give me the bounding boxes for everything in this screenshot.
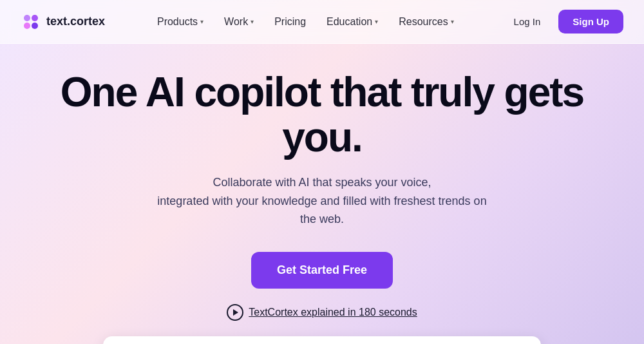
- svg-point-3: [32, 23, 38, 29]
- nav-products[interactable]: Products ▾: [148, 11, 213, 33]
- chat-input-box: [103, 336, 541, 344]
- svg-point-0: [24, 15, 30, 21]
- login-button[interactable]: Log In: [506, 11, 549, 32]
- svg-point-1: [32, 15, 38, 21]
- nav-links: Products ▾ Work ▾ Pricing Education ▾ Re…: [148, 11, 463, 33]
- navbar: text.cortex Products ▾ Work ▾ Pricing Ed…: [0, 0, 644, 44]
- nav-pricing[interactable]: Pricing: [265, 11, 315, 33]
- chat-container: Show chat settings ▾: [103, 336, 541, 344]
- svg-point-2: [24, 23, 30, 29]
- logo-icon: [21, 12, 41, 32]
- hero-section: One AI copilot that truly gets you. Coll…: [0, 44, 644, 344]
- hero-subtitle: Collaborate with AI that speaks your voi…: [155, 173, 489, 229]
- chevron-down-icon: ▾: [251, 18, 254, 25]
- nav-resources[interactable]: Resources ▾: [390, 11, 462, 33]
- signup-button[interactable]: Sign Up: [558, 10, 623, 33]
- logo[interactable]: text.cortex: [21, 12, 105, 32]
- chevron-down-icon: ▾: [200, 18, 204, 25]
- nav-work[interactable]: Work ▾: [215, 11, 263, 33]
- logo-text: text.cortex: [46, 15, 105, 28]
- video-link[interactable]: TextCortex explained in 180 seconds: [227, 304, 417, 321]
- chevron-down-icon: ▾: [451, 18, 454, 25]
- play-icon: [227, 304, 243, 321]
- nav-auth: Log In Sign Up: [506, 10, 623, 33]
- hero-title: One AI copilot that truly gets you.: [32, 70, 612, 160]
- nav-education[interactable]: Education ▾: [317, 11, 387, 33]
- chevron-down-icon: ▾: [375, 18, 378, 25]
- get-started-button[interactable]: Get Started Free: [251, 252, 393, 289]
